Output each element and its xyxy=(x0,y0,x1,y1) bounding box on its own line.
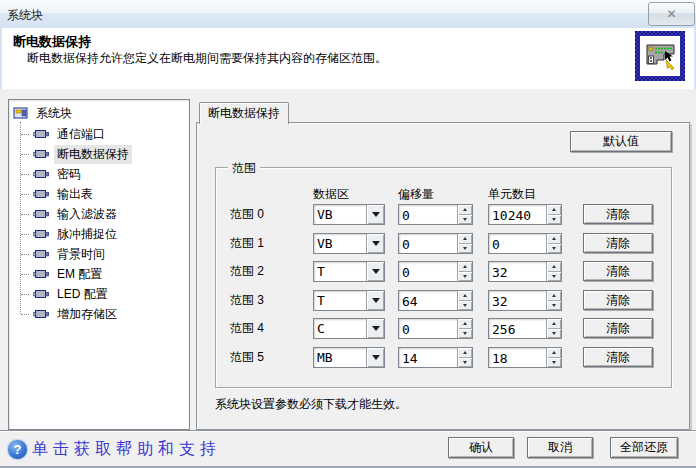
spin-up-button[interactable] xyxy=(457,319,472,329)
offset-input[interactable] xyxy=(399,205,457,224)
spin-down-button[interactable] xyxy=(457,358,472,368)
spin-up-button[interactable] xyxy=(546,205,561,215)
spin-down-button[interactable] xyxy=(546,215,561,225)
spin-down-button[interactable] xyxy=(457,215,472,225)
data-area-combo[interactable]: VB xyxy=(313,204,385,225)
data-area-combo[interactable]: T xyxy=(313,261,385,282)
clear-button[interactable]: 清除 xyxy=(583,204,653,224)
spin-down-button[interactable] xyxy=(457,272,472,282)
offset-input[interactable] xyxy=(399,262,457,281)
spin-down-button[interactable] xyxy=(546,329,561,339)
spin-down-button[interactable] xyxy=(457,329,472,339)
restore-all-button[interactable]: 全部还原 xyxy=(610,437,678,458)
count-input[interactable] xyxy=(489,291,546,310)
tree-item-label: 输出表 xyxy=(54,185,96,204)
data-area-combo[interactable]: C xyxy=(313,318,385,339)
spin-up-button[interactable] xyxy=(457,291,472,301)
tree-item-label: 断电数据保持 xyxy=(54,145,132,164)
offset-input[interactable] xyxy=(399,291,457,310)
default-values-button[interactable]: 默认值 xyxy=(570,131,672,152)
clear-button[interactable]: 清除 xyxy=(583,347,653,367)
clear-button[interactable]: 清除 xyxy=(583,318,653,338)
spinner xyxy=(457,262,472,281)
combo-dropdown-button[interactable] xyxy=(366,234,384,253)
count-input[interactable] xyxy=(489,319,546,338)
range-row-label: 范围 2 xyxy=(230,261,300,282)
combo-dropdown-button[interactable] xyxy=(366,205,384,224)
data-area-combo[interactable]: T xyxy=(313,290,385,311)
spin-up-button[interactable] xyxy=(457,262,472,272)
combo-dropdown-button[interactable] xyxy=(366,291,384,310)
clear-button[interactable]: 清除 xyxy=(583,233,653,253)
arrow-down-icon xyxy=(463,361,467,364)
navigation-tree[interactable]: 系统块 通信端口 断电数据保持 密码 xyxy=(8,99,190,430)
data-area-combo[interactable]: VB xyxy=(313,233,385,254)
arrow-down-icon xyxy=(552,361,556,364)
spin-up-button[interactable] xyxy=(546,291,561,301)
tree-item-password[interactable]: 密码 xyxy=(9,164,189,184)
spin-down-button[interactable] xyxy=(546,358,561,368)
spin-down-button[interactable] xyxy=(546,244,561,254)
system-block-dialog: 系统块 ✕ 断电数据保持 断电数据保持允许您定义在断电期间需要保持其内容的存储区… xyxy=(0,0,696,468)
chevron-down-icon xyxy=(372,212,380,217)
tree-item-led-config[interactable]: LED 配置 xyxy=(9,284,189,304)
help-icon[interactable]: ? xyxy=(7,439,28,460)
tab-label: 断电数据保持 xyxy=(208,105,280,122)
plc-icon-canvas xyxy=(640,36,680,76)
count-input[interactable] xyxy=(489,262,546,281)
count-field xyxy=(488,290,562,311)
arrow-down-icon xyxy=(552,332,556,335)
data-area-combo[interactable]: MB xyxy=(313,347,385,368)
offset-input[interactable] xyxy=(399,319,457,338)
tree-item-background-time[interactable]: 背景时间 xyxy=(9,244,189,264)
cancel-button[interactable]: 取消 xyxy=(527,437,593,458)
arrow-up-icon xyxy=(552,208,556,211)
clear-button[interactable]: 清除 xyxy=(583,290,653,310)
combo-dropdown-button[interactable] xyxy=(366,319,384,338)
tree-item-output-table[interactable]: 输出表 xyxy=(9,184,189,204)
combo-dropdown-button[interactable] xyxy=(366,262,384,281)
data-area-value: MB xyxy=(314,348,366,367)
spin-up-button[interactable] xyxy=(457,234,472,244)
arrow-up-icon xyxy=(463,265,467,268)
help-link[interactable]: 单击获取帮助和支持 xyxy=(32,439,221,460)
tab-retentive-data[interactable]: 断电数据保持 xyxy=(199,102,289,124)
spin-down-button[interactable] xyxy=(457,244,472,254)
tree-connector xyxy=(21,234,29,235)
close-button[interactable]: ✕ xyxy=(648,2,695,26)
arrow-down-icon xyxy=(552,218,556,221)
tree-connector xyxy=(21,154,29,155)
spin-up-button[interactable] xyxy=(546,319,561,329)
title-bar[interactable]: 系统块 ✕ xyxy=(0,0,696,29)
spin-down-button[interactable] xyxy=(546,301,561,311)
combo-dropdown-button[interactable] xyxy=(366,348,384,367)
header-description: 断电数据保持允许您定义在断电期间需要保持其内容的存储区范围。 xyxy=(27,50,387,67)
spin-up-button[interactable] xyxy=(546,234,561,244)
spin-up-button[interactable] xyxy=(457,205,472,215)
clear-button[interactable]: 清除 xyxy=(583,261,653,281)
tree-item-input-filter[interactable]: 输入滤波器 xyxy=(9,204,189,224)
spin-up-button[interactable] xyxy=(546,262,561,272)
arrow-down-icon xyxy=(463,332,467,335)
tree-root-system-block[interactable]: 系统块 xyxy=(13,104,189,122)
tree-item-memory-extend[interactable]: 增加存储区 xyxy=(9,304,189,324)
tree-item-retentive-data[interactable]: 断电数据保持 xyxy=(9,144,189,164)
count-input[interactable] xyxy=(489,234,546,253)
offset-input[interactable] xyxy=(399,234,457,253)
ok-button[interactable]: 确认 xyxy=(448,437,514,458)
module-icon xyxy=(33,268,50,280)
offset-input[interactable] xyxy=(399,348,457,367)
data-area-value: VB xyxy=(314,234,366,253)
tree-item-pulse-catch[interactable]: 脉冲捕捉位 xyxy=(9,224,189,244)
spin-up-button[interactable] xyxy=(546,348,561,358)
tree-item-label: 增加存储区 xyxy=(54,305,120,324)
tree-item-em-config[interactable]: EM 配置 xyxy=(9,264,189,284)
count-input[interactable] xyxy=(489,205,546,224)
count-input[interactable] xyxy=(489,348,546,367)
module-icon xyxy=(33,248,50,260)
tree-item-comm-port[interactable]: 通信端口 xyxy=(9,124,189,144)
spin-down-button[interactable] xyxy=(546,272,561,282)
spin-up-button[interactable] xyxy=(457,348,472,358)
arrow-down-icon xyxy=(463,218,467,221)
spin-down-button[interactable] xyxy=(457,301,472,311)
